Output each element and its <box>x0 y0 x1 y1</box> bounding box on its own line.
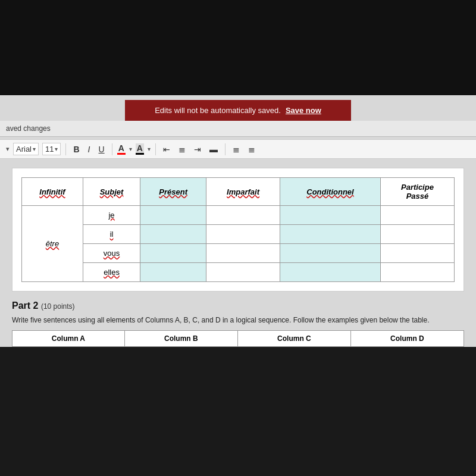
col-imparfait: Imparfait <box>206 178 280 206</box>
list-ordered-button[interactable]: ≣ <box>230 143 242 155</box>
toolbar-divider-4 <box>225 143 226 155</box>
conditionnel-je[interactable] <box>280 206 381 225</box>
present-elles[interactable] <box>140 263 206 282</box>
col-a-header: Column A <box>12 331 125 347</box>
unsaved-changes-label: aved changes <box>0 122 57 135</box>
toolbar-divider-3 <box>155 143 156 155</box>
save-banner-wrapper: Edits will not be automatically saved. S… <box>0 95 476 121</box>
italic-button[interactable]: I <box>86 143 93 155</box>
part2-section: Part 2 (10 points) Write five sentences … <box>12 300 464 347</box>
save-now-link[interactable]: Save now <box>286 106 321 115</box>
col-participe: ParticipePassé <box>380 178 454 206</box>
dropdown-arrow-left[interactable]: ▾ <box>6 145 10 153</box>
subject-vous: vous <box>83 244 140 263</box>
imparfait-je[interactable] <box>206 206 280 225</box>
save-banner: Edits will not be automatically saved. S… <box>125 100 351 121</box>
part2-title: Part 2 (10 points) <box>12 300 464 311</box>
col-c-header: Column C <box>237 331 350 347</box>
underline-button[interactable]: U <box>96 143 107 155</box>
col-d-header: Column D <box>350 331 464 347</box>
table-row: vous <box>22 244 455 263</box>
table-header-row: Infinitif Subjet Présent Imparfait Condi… <box>22 178 455 206</box>
font-dropdown-arrow: ▾ <box>33 146 36 152</box>
size-dropdown-arrow: ▾ <box>55 146 58 152</box>
top-black-area <box>0 0 476 95</box>
font-color-a-button[interactable]: A <box>117 143 126 155</box>
present-vous[interactable] <box>140 244 206 263</box>
highlight-color-button[interactable]: A <box>136 143 144 155</box>
columns-header-row: Column A Column B Column C Column D <box>12 331 464 347</box>
imparfait-vous[interactable] <box>206 244 280 263</box>
highlight-dropdown[interactable]: ▾ <box>148 146 151 152</box>
font-color-dropdown[interactable]: ▾ <box>129 146 132 152</box>
imparfait-elles[interactable] <box>206 263 280 282</box>
col-subjet: Subjet <box>83 178 140 206</box>
imparfait-il[interactable] <box>206 225 280 244</box>
bold-button[interactable]: B <box>71 143 82 155</box>
subject-elles: elles <box>83 263 140 282</box>
conjugation-table: Infinitif Subjet Présent Imparfait Condi… <box>21 177 455 282</box>
document-area: Infinitif Subjet Présent Imparfait Condi… <box>12 168 464 292</box>
table-row: être je <box>22 206 455 225</box>
align-right-button[interactable]: ⇥ <box>192 143 203 155</box>
present-je[interactable] <box>140 206 206 225</box>
toolbar-divider-1 <box>65 143 66 155</box>
participe-vous[interactable] <box>380 244 454 263</box>
list-unordered-button[interactable]: ≣ <box>246 143 258 155</box>
toolbar: ▾ Arial ▾ 11 ▾ B I U A ▾ A ▾ ⇤ ≣ ⇥ ▬ ≣ ≣ <box>0 139 476 159</box>
columns-table: Column A Column B Column C Column D <box>12 330 464 347</box>
page-container: Edits will not be automatically saved. S… <box>0 95 476 347</box>
conditionnel-il[interactable] <box>280 225 381 244</box>
save-banner-message: Edits will not be automatically saved. <box>155 106 281 115</box>
infinitif-cell: être <box>22 206 83 282</box>
align-center-button[interactable]: ≣ <box>176 143 188 155</box>
align-left-button[interactable]: ⇤ <box>161 143 173 155</box>
participe-je[interactable] <box>380 206 454 225</box>
part2-points: (10 points) <box>41 302 75 311</box>
conditionnel-elles[interactable] <box>280 263 381 282</box>
toolbar-divider-2 <box>112 143 112 155</box>
font-name-label: Arial <box>16 145 32 154</box>
subject-il: il <box>83 225 140 244</box>
header-area: aved changes <box>0 121 476 137</box>
subject-je: je <box>83 206 140 225</box>
present-il[interactable] <box>140 225 206 244</box>
font-size-selector[interactable]: 11 ▾ <box>42 143 61 155</box>
table-row: elles <box>22 263 455 282</box>
conditionnel-vous[interactable] <box>280 244 381 263</box>
participe-elles[interactable] <box>380 263 454 282</box>
col-present: Présent <box>140 178 206 206</box>
part2-title-text: Part 2 <box>12 300 38 311</box>
part2-description: Write five sentences using all elements … <box>12 315 464 325</box>
table-row: il <box>22 225 455 244</box>
col-conditionnel: Conditionnel <box>280 178 381 206</box>
col-infinitif: Infinitif <box>22 178 83 206</box>
col-b-header: Column B <box>124 331 237 347</box>
font-selector[interactable]: Arial ▾ <box>13 143 39 155</box>
participe-il[interactable] <box>380 225 454 244</box>
align-justify-button[interactable]: ▬ <box>207 143 220 155</box>
font-size-label: 11 <box>45 145 54 154</box>
